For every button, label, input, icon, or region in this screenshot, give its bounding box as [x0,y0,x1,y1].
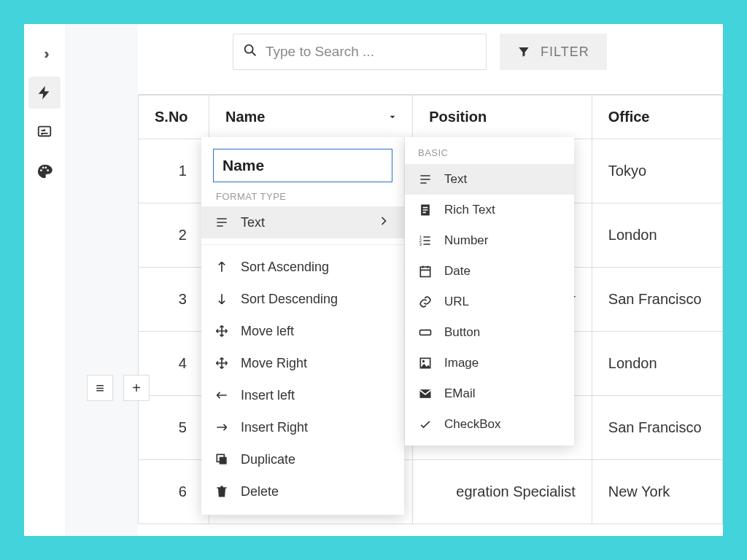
hamburger-icon: ≡ [96,380,104,397]
cell-sno[interactable]: 2 [139,203,209,268]
menu-label: URL [444,295,469,309]
numbered-list-icon: 123 [418,233,433,248]
col-header-position[interactable]: Position [413,96,592,139]
format-option-date[interactable]: Date [405,256,574,287]
cell-office[interactable]: San Francisco [592,396,722,460]
palette-icon [36,163,53,179]
svg-text:3: 3 [419,242,422,246]
svg-point-1 [245,45,253,53]
menu-label: Move Right [241,356,307,371]
data-table-wrapper: ≡ + S.No Name Position Of [138,95,723,524]
sidebar-item-transforms[interactable] [28,116,61,148]
check-icon [418,417,433,432]
menu-insert-left[interactable]: Insert left [201,379,404,411]
link-icon [418,295,433,309]
format-option-email[interactable]: EMail [405,378,574,409]
chevron-right-icon [376,214,391,232]
row-menu-button[interactable]: ≡ [87,375,113,401]
arrow-up-icon [214,260,229,274]
format-option-image[interactable]: Image [405,348,574,378]
duplicate-icon [214,452,229,467]
format-option-checkbox[interactable]: CheckBox [405,409,574,440]
menu-duplicate[interactable]: Duplicate [201,443,404,475]
format-option-number[interactable]: 123 Number [405,225,574,256]
format-option-url[interactable]: URL [405,287,574,317]
menu-label: Insert Right [241,420,308,435]
button-shape-icon [418,325,433,340]
table-header-row: S.No Name Position Office [139,96,723,139]
menu-sort-desc[interactable]: Sort Descending [201,283,404,315]
search-box[interactable] [233,34,487,70]
format-type-submenu: BASIC Text Rich Text 123 Number Date [405,137,574,446]
plus-icon: + [132,380,141,397]
menu-label: Duplicate [241,452,295,467]
sidebar-expand-button[interactable]: ›› [28,37,61,69]
cell-sno[interactable]: 3 [139,268,209,332]
text-lines-icon [418,172,433,187]
calendar-icon [418,264,433,279]
submenu-section-basic: BASIC [405,137,574,164]
main-pane: FILTER ≡ + S.No Name [138,24,723,536]
svg-rect-8 [420,267,430,276]
caret-down-icon [387,109,398,125]
column-menu: FORMAT TYPE Text Sort Ascending Sort Des… [201,137,404,515]
svg-rect-0 [39,127,51,136]
sidebar-item-actions[interactable] [28,77,61,109]
format-option-button[interactable]: Button [405,317,574,348]
move-icon [214,356,229,370]
menu-move-left[interactable]: Move left [201,315,404,347]
menu-insert-right[interactable]: Insert Right [201,411,404,443]
left-sidebar: ›› [24,24,65,536]
menu-label: Move left [241,324,294,339]
format-option-text[interactable]: Text [405,164,574,195]
svg-rect-9 [420,330,431,335]
move-icon [214,324,229,338]
cell-office[interactable]: London [592,332,722,396]
cell-office[interactable]: New York [592,460,722,524]
cell-office[interactable]: San Francisco [592,268,722,332]
text-lines-icon [214,215,229,230]
chevron-right-double-icon: ›› [44,45,44,62]
col-header-sno[interactable]: S.No [139,96,209,139]
menu-delete[interactable]: Delete [201,475,404,508]
svg-rect-2 [220,457,227,464]
arrow-down-icon [214,292,229,306]
bolt-icon [36,85,53,101]
column-name-input[interactable] [213,149,392,182]
image-icon [418,356,433,370]
current-format-label: Text [241,215,265,230]
menu-sort-asc[interactable]: Sort Ascending [201,251,404,283]
arrow-left-icon [214,388,229,402]
sidebar-item-theme[interactable] [28,155,61,187]
arrow-right-icon [214,420,229,435]
cell-office[interactable]: Tokyo [592,139,722,203]
cell-office[interactable]: London [592,203,722,268]
trash-icon [214,484,229,499]
cell-sno[interactable]: 5 [139,396,209,460]
app-frame: ›› FILTER ≡ [24,24,723,536]
format-option-richtext[interactable]: Rich Text [405,195,574,225]
menu-move-right[interactable]: Move Right [201,347,404,379]
menu-label: CheckBox [444,417,500,432]
col-header-office[interactable]: Office [592,96,722,139]
mail-icon [418,386,433,401]
row-add-button[interactable]: + [123,375,150,401]
menu-label: Delete [241,484,279,499]
search-icon [242,42,258,61]
menu-label: Sort Descending [241,292,338,307]
cell-sno[interactable]: 1 [139,139,209,203]
menu-label: Image [444,356,479,370]
row-float-actions: ≡ + [87,375,150,401]
cell-sno[interactable]: 6 [139,460,209,524]
menu-label: Date [444,264,471,279]
menu-label: Text [444,172,467,187]
cell-position[interactable]: egration Specialist [413,460,592,524]
col-header-name[interactable]: Name [209,96,412,139]
search-input[interactable] [266,44,477,60]
menu-label: EMail [444,386,476,401]
filter-label: FILTER [541,44,589,60]
format-type-label: FORMAT TYPE [201,191,404,206]
menu-current-format[interactable]: Text [201,206,404,238]
filter-button[interactable]: FILTER [500,34,607,70]
menu-label: Number [444,233,488,248]
